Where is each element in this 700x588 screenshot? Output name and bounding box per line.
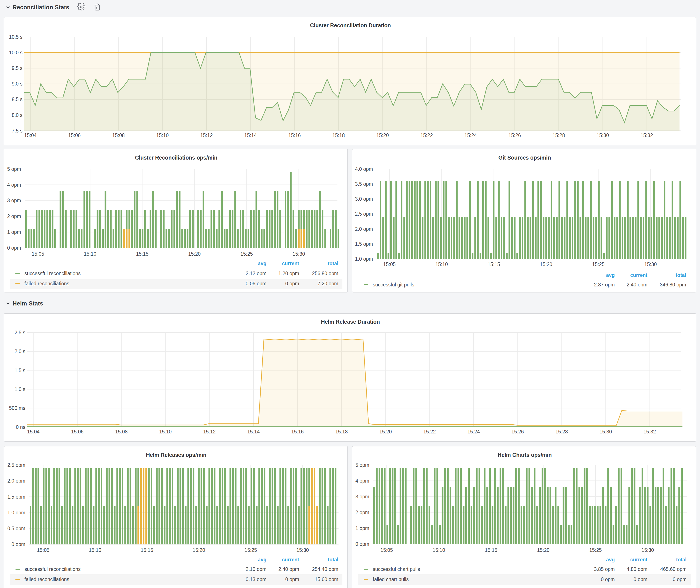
svg-text:15:05: 15:05 [383,262,396,267]
svg-text:15:10: 15:10 [89,547,102,553]
svg-text:0 opm: 0 opm [285,281,299,286]
svg-text:successful chart pulls: successful chart pulls [373,566,420,572]
svg-text:15:12: 15:12 [203,429,216,435]
svg-text:4 opm: 4 opm [355,478,369,484]
svg-text:current: current [630,557,648,562]
svg-text:15:30: 15:30 [599,429,612,435]
svg-text:3 opm: 3 opm [355,494,369,499]
svg-text:15:25: 15:25 [589,547,602,553]
svg-text:1 opm: 1 opm [7,229,21,235]
svg-text:254.40 opm: 254.40 opm [312,566,338,572]
svg-text:15:15: 15:15 [136,251,149,257]
svg-text:current: current [630,272,648,278]
svg-text:successful reconciliations: successful reconciliations [24,271,81,276]
svg-text:15:20: 15:20 [188,251,201,257]
svg-text:0 opm: 0 opm [673,577,687,582]
svg-text:2.87 opm: 2.87 opm [594,282,615,288]
svg-text:0.5 opm: 0.5 opm [7,526,25,531]
svg-text:avg: avg [258,557,266,562]
svg-text:2.0 opm: 2.0 opm [355,226,373,232]
svg-text:0.06 opm: 0.06 opm [246,281,266,286]
svg-text:0 opm: 0 opm [601,577,615,582]
svg-text:2.12 opm: 2.12 opm [246,271,266,276]
svg-text:15:18: 15:18 [332,132,345,138]
svg-text:10.5 s: 10.5 s [9,34,23,40]
svg-text:15:14: 15:14 [247,429,260,435]
svg-text:15:06: 15:06 [71,429,84,435]
svg-text:Helm Charts ops/min: Helm Charts ops/min [498,452,552,458]
svg-text:15:32: 15:32 [644,429,656,435]
svg-text:15:20: 15:20 [379,429,392,435]
svg-text:15:28: 15:28 [555,429,568,435]
svg-text:total: total [676,557,687,562]
svg-text:15:30: 15:30 [293,251,305,257]
svg-text:Helm Releases ops/min: Helm Releases ops/min [146,452,206,458]
svg-text:0 opm: 0 opm [7,245,21,251]
svg-text:Cluster Reconciliations ops/mi: Cluster Reconciliations ops/min [135,155,218,161]
svg-text:Cluster Reconciliation Duratio: Cluster Reconciliation Duration [310,22,391,28]
svg-text:0 opm: 0 opm [11,541,25,547]
svg-text:2 opm: 2 opm [7,213,21,219]
svg-text:15:25: 15:25 [245,547,257,553]
svg-text:15.60 opm: 15.60 opm [315,577,338,582]
svg-text:2 opm: 2 opm [355,510,369,515]
svg-text:15:15: 15:15 [485,547,497,553]
svg-text:15:14: 15:14 [244,132,257,138]
svg-text:15:32: 15:32 [640,132,653,138]
svg-text:0 ns: 0 ns [16,424,25,430]
svg-text:0 opm: 0 opm [285,577,299,582]
svg-text:5 opm: 5 opm [7,166,21,172]
svg-text:current: current [282,557,299,562]
svg-text:total: total [676,272,686,278]
svg-text:3.85 opm: 3.85 opm [594,566,615,572]
svg-text:Helm Release Duration: Helm Release Duration [321,319,380,325]
svg-text:15:22: 15:22 [420,132,433,138]
svg-text:15:24: 15:24 [467,429,480,435]
svg-text:1.5 opm: 1.5 opm [355,241,373,247]
svg-text:2.0 s: 2.0 s [15,349,25,354]
svg-text:9.0 s: 9.0 s [12,81,23,87]
svg-text:15:06: 15:06 [68,132,81,138]
svg-text:15:04: 15:04 [24,132,37,138]
svg-text:15:10: 15:10 [156,132,169,138]
svg-text:15:05: 15:05 [381,547,393,553]
svg-text:7.5 s: 7.5 s [12,128,23,134]
svg-text:15:20: 15:20 [376,132,389,138]
svg-text:2.0 opm: 2.0 opm [7,478,25,484]
svg-text:failed reconciliations: failed reconciliations [24,577,69,582]
svg-text:5 opm: 5 opm [355,462,369,468]
svg-text:3.5 opm: 3.5 opm [355,181,373,187]
svg-text:15:10: 15:10 [435,262,448,267]
svg-text:total: total [328,557,338,562]
svg-text:10.0 s: 10.0 s [9,50,23,55]
svg-text:15:30: 15:30 [296,547,309,553]
svg-text:0 opm: 0 opm [355,541,369,547]
svg-text:15:26: 15:26 [511,429,524,435]
svg-text:current: current [282,261,299,266]
svg-text:15:20: 15:20 [540,262,552,267]
svg-text:15:22: 15:22 [423,429,436,435]
svg-text:1.0 s: 1.0 s [15,386,25,392]
svg-text:346.80 opm: 346.80 opm [660,282,686,288]
svg-text:15:20: 15:20 [537,547,550,553]
svg-text:4.0 opm: 4.0 opm [355,166,373,172]
svg-text:15:30: 15:30 [644,262,657,267]
svg-text:2.40 opm: 2.40 opm [627,282,647,288]
svg-text:15:10: 15:10 [84,251,97,257]
svg-text:3 opm: 3 opm [7,198,21,203]
svg-text:1.20 opm: 1.20 opm [278,271,299,276]
svg-text:avg: avg [606,272,615,278]
svg-text:4.80 opm: 4.80 opm [627,566,647,572]
svg-text:15:15: 15:15 [488,262,500,267]
svg-text:avg: avg [606,557,615,562]
svg-text:1.5 opm: 1.5 opm [7,494,25,500]
svg-text:4 opm: 4 opm [7,182,21,188]
svg-text:failed reconciliations: failed reconciliations [24,281,69,286]
svg-text:15:30: 15:30 [642,547,654,553]
svg-text:465.60 opm: 465.60 opm [660,566,687,572]
svg-text:0 opm: 0 opm [634,577,647,582]
svg-text:15:15: 15:15 [141,547,153,553]
svg-text:15:20: 15:20 [193,547,205,553]
svg-text:15:26: 15:26 [508,132,521,138]
svg-text:15:18: 15:18 [335,429,348,435]
